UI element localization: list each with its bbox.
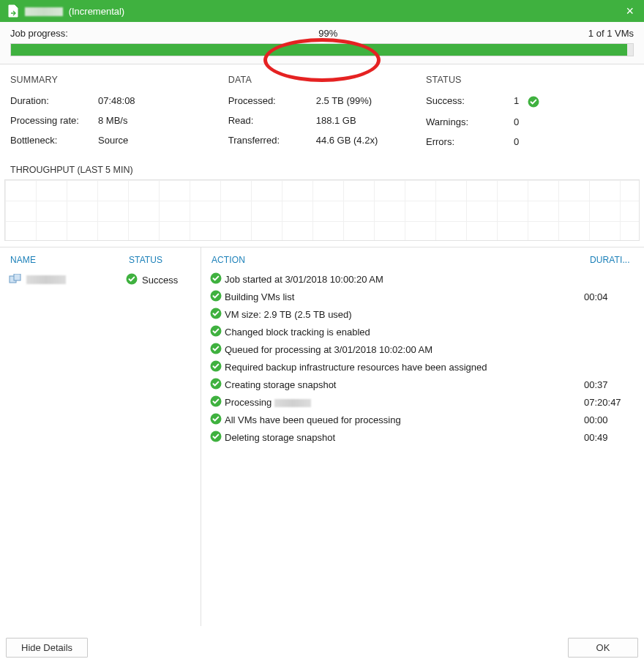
action-duration: 00:00 [584,414,635,425]
success-check-icon [210,413,223,427]
processed-value: 2.5 TB (99%) [316,95,419,106]
success-check-icon [528,96,539,108]
bottleneck-value: Source [98,135,221,146]
success-check-icon [210,308,223,321]
vm-icon [9,274,22,286]
rate-label: Processing rate: [10,115,98,126]
success-check-icon [210,290,223,304]
job-name-redacted [25,7,63,16]
bottleneck-label: Bottleneck: [10,135,98,146]
throughput-heading: THROUGHPUT (LAST 5 MIN) [0,162,644,179]
action-duration: 00:04 [584,291,635,302]
action-row[interactable]: Changed block tracking is enabled [207,324,638,341]
status-column: STATUS Success: 1 Warnings:0 Errors:0 [426,75,634,156]
action-text: Building VMs list [223,291,584,302]
action-text: Queued for processing at 3/01/2018 10:02… [223,344,584,355]
action-text: Changed block tracking is enabled [223,327,584,338]
progress-bar-fill [11,44,627,56]
progress-bar [10,43,634,56]
warnings-label: Warnings: [426,116,514,127]
throughput-chart [4,179,640,241]
progress-label: Job progress: [10,28,68,39]
action-row[interactable]: Creating storage snapshot00:37 [207,376,638,394]
action-duration: 07:20:47 [584,397,635,408]
action-row[interactable]: Required backup infrastructure resources… [207,359,638,376]
close-icon[interactable]: × [623,4,637,18]
success-check-icon [210,395,223,409]
summary-column: SUMMARY Duration:07:48:08 Processing rat… [10,75,228,156]
action-row[interactable]: Deleting storage snapshot00:49 [207,429,638,447]
read-label: Read: [228,115,316,126]
action-duration: 00:37 [584,379,635,390]
vm-status-text: Success [142,275,178,286]
action-log-pane: ACTION DURATI... Job started at 3/01/201… [201,247,644,626]
action-text: Required backup infrastructure resources… [223,362,584,373]
success-label: Success: [426,95,514,108]
success-check-icon [210,343,223,357]
progress-vm-count: 1 of 1 VMs [588,28,634,39]
success-value: 1 [514,95,626,108]
stats-panel: SUMMARY Duration:07:48:08 Processing rat… [0,64,644,162]
action-row[interactable]: All VMs have been queued for processing0… [207,412,638,429]
col-name-header[interactable]: NAME [6,255,129,265]
vm-status-check-icon [126,273,138,287]
action-duration: 00:49 [584,432,635,443]
success-check-icon [210,378,223,392]
svg-rect-2 [14,274,20,280]
col-duration-header[interactable]: DURATI... [590,255,638,265]
action-row[interactable]: Building VMs list00:04 [207,288,638,306]
job-mode: (Incremental) [69,6,125,17]
vm-list-pane: NAME STATUS Success [0,247,201,626]
action-text: All VMs have been queued for processing [223,414,584,425]
data-column: DATA Processed:2.5 TB (99%) Read:188.1 G… [228,75,426,156]
ok-button[interactable]: OK [568,638,638,658]
details-panel: NAME STATUS Success ACTION DURATI... [0,247,644,626]
titlebar: (Incremental) × [0,0,644,22]
warnings-value: 0 [514,116,626,127]
col-action-header[interactable]: ACTION [207,255,590,265]
rate-value: 8 MB/s [98,115,221,126]
success-count: 1 [514,95,519,106]
window-title: (Incremental) [25,6,124,17]
success-check-icon [210,431,223,444]
duration-value: 07:48:08 [98,95,221,106]
footer: Hide Details OK [0,636,644,659]
action-text: Processing [223,397,584,408]
processed-label: Processed: [228,95,316,106]
read-value: 188.1 GB [316,115,419,126]
action-row[interactable]: Job started at 3/01/2018 10:00:20 AM [207,271,638,288]
success-check-icon [210,360,223,374]
vm-name-redacted [26,275,66,284]
action-name-redacted [274,399,311,407]
progress-section: Job progress: 99% 1 of 1 VMs [0,22,644,64]
progress-percent: 99% [68,28,588,39]
duration-label: Duration: [10,95,98,106]
document-arrow-icon [7,4,19,18]
action-text: Job started at 3/01/2018 10:00:20 AM [223,274,584,285]
vm-row[interactable]: Success [6,271,195,289]
action-row[interactable]: Processing 07:20:47 [207,394,638,412]
action-list: Job started at 3/01/2018 10:00:20 AMBuil… [207,271,638,447]
transferred-label: Transferred: [228,135,316,146]
transferred-value: 44.6 GB (4.2x) [316,135,419,146]
action-text: Creating storage snapshot [223,379,584,390]
errors-label: Errors: [426,136,514,147]
action-row[interactable]: Queued for processing at 3/01/2018 10:02… [207,341,638,359]
hide-details-button[interactable]: Hide Details [6,638,88,658]
action-text: Deleting storage snapshot [223,432,584,443]
action-row[interactable]: VM size: 2.9 TB (2.5 TB used) [207,306,638,324]
data-heading: DATA [228,75,419,85]
action-text: VM size: 2.9 TB (2.5 TB used) [223,309,584,320]
errors-value: 0 [514,136,626,147]
success-check-icon [210,272,223,286]
status-heading: STATUS [426,75,626,85]
col-status-header[interactable]: STATUS [129,255,195,265]
success-check-icon [210,325,223,339]
summary-heading: SUMMARY [10,75,221,85]
